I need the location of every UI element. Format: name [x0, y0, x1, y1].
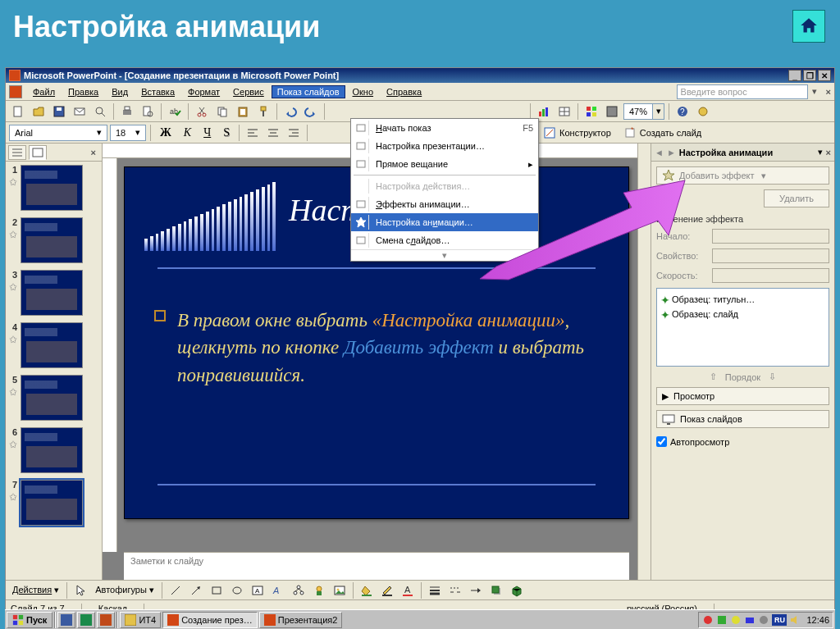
menu-file[interactable]: Файл [27, 85, 61, 98]
quicklaunch-item[interactable] [57, 612, 75, 628]
mail-button[interactable] [71, 103, 89, 121]
tray-icon[interactable] [716, 614, 728, 626]
quicklaunch-item[interactable] [77, 612, 95, 628]
list-item[interactable]: ✦Образец: слайд [660, 307, 825, 321]
home-badge[interactable] [792, 10, 825, 43]
restore-button[interactable]: ❐ [803, 70, 816, 81]
close-document-button[interactable]: × [826, 87, 831, 97]
close-pane-button[interactable]: × [88, 148, 99, 157]
redo-button[interactable] [302, 103, 320, 121]
menu-help[interactable]: Справка [381, 85, 427, 98]
tray-icon[interactable] [758, 614, 769, 626]
thumbnails-tab[interactable] [29, 145, 47, 160]
threed-style-tool[interactable] [508, 581, 526, 599]
preview-button[interactable] [139, 103, 157, 121]
picture-tool[interactable] [331, 581, 349, 599]
help-button[interactable]: ? [673, 103, 692, 121]
menu-slideshow[interactable]: Показ слайдов [272, 85, 345, 98]
thumbnail-row[interactable]: 1✩ [9, 165, 98, 211]
clipart-tool[interactable] [310, 581, 328, 599]
menu-tools[interactable]: Сервис [227, 85, 270, 98]
vertical-scrollbar[interactable] [637, 144, 651, 580]
autoshapes-menu[interactable]: Автофигуры ▾ [92, 585, 158, 595]
outline-tab[interactable] [8, 145, 26, 160]
menu-window[interactable]: Окно [347, 85, 380, 98]
bold-button[interactable]: Ж [155, 124, 176, 142]
menu-format[interactable]: Формат [182, 85, 226, 98]
font-size-combo[interactable]: 18▾ [110, 125, 146, 141]
select-tool[interactable] [71, 581, 89, 599]
dash-style-tool[interactable] [446, 581, 464, 599]
print-button[interactable] [118, 103, 136, 121]
arrow-tool[interactable] [187, 581, 205, 599]
search-button[interactable] [91, 103, 109, 121]
tray-icon[interactable] [730, 614, 742, 626]
thumbnail-row[interactable]: 5✩ [9, 375, 98, 421]
task-button[interactable]: ИТ4 [120, 612, 161, 628]
menu-item[interactable]: Настройка презентации… [351, 137, 538, 155]
start-button[interactable]: Пуск [7, 612, 52, 628]
remove-effect-button[interactable]: Удалить [764, 189, 829, 207]
align-right-button[interactable] [285, 124, 303, 142]
task-button[interactable]: Создание през… [162, 612, 258, 628]
oval-tool[interactable] [228, 581, 246, 599]
tray-icon[interactable] [702, 614, 714, 626]
list-item[interactable]: ✦Образец: титульн… [660, 292, 825, 307]
effects-list[interactable]: ✦Образец: титульн… ✦Образец: слайд [656, 288, 829, 367]
line-color-tool[interactable] [378, 581, 396, 599]
align-center-button[interactable] [264, 124, 282, 142]
expand-menu-button[interactable]: ▾ [351, 249, 538, 261]
tray-icon[interactable] [744, 614, 756, 626]
preview-button[interactable]: ▶Просмотр [656, 387, 829, 405]
font-color-tool[interactable]: A [399, 581, 417, 599]
menu-view[interactable]: Вид [106, 85, 134, 98]
arrow-style-tool[interactable] [467, 581, 485, 599]
font-combo[interactable]: Arial▾ [9, 125, 107, 141]
menu-item[interactable]: Эффекты анимации… [351, 195, 538, 213]
wordart-tool[interactable]: A [269, 581, 287, 599]
task-button[interactable]: Презентация2 [259, 612, 343, 628]
move-down-button[interactable]: ⇩ [769, 371, 776, 382]
start-select[interactable] [712, 229, 829, 244]
copy-button[interactable] [213, 103, 231, 121]
underline-button[interactable]: Ч [199, 124, 216, 142]
open-button[interactable] [30, 103, 48, 121]
align-left-button[interactable] [244, 124, 262, 142]
thumbnail-row[interactable]: 6✩ [9, 427, 98, 473]
autoview-checkbox[interactable]: Автопросмотр [656, 436, 829, 447]
new-slide-button[interactable]: *Создать слайд [619, 124, 706, 142]
notes-input[interactable]: Заметки к слайду [124, 552, 629, 580]
ask-dropdown-icon[interactable]: ▾ [810, 86, 819, 97]
actions-menu[interactable]: Действия ▾ [9, 585, 62, 595]
format-painter-button[interactable] [254, 103, 272, 121]
taskpane-back-button[interactable]: ◄ [655, 148, 664, 157]
menu-item[interactable]: Начать показF5 [351, 119, 538, 137]
rectangle-tool[interactable] [208, 581, 226, 599]
textbox-tool[interactable]: A [249, 581, 267, 599]
thumbnail-row[interactable]: 7✩ [9, 480, 98, 526]
ask-question-input[interactable]: Введите вопрос [677, 84, 808, 99]
save-button[interactable] [50, 103, 68, 121]
menu-insert[interactable]: Вставка [135, 85, 180, 98]
paste-button[interactable] [234, 103, 252, 121]
table-button[interactable] [555, 103, 573, 121]
spellcheck-button[interactable]: ab [166, 103, 184, 121]
slideshow-button[interactable]: Показ слайдов [656, 410, 829, 428]
line-tool[interactable] [167, 581, 185, 599]
line-style-tool[interactable] [426, 581, 444, 599]
menu-item[interactable]: Смена слайдов… [351, 231, 538, 249]
designer-button[interactable]: Конструктор [538, 124, 616, 142]
undo-button[interactable] [281, 103, 299, 121]
shadow-button[interactable]: S [218, 124, 235, 142]
new-button[interactable] [9, 103, 27, 121]
speed-select[interactable] [712, 268, 829, 283]
language-badge[interactable]: RU [772, 614, 787, 626]
close-button[interactable]: ✕ [818, 70, 831, 81]
color-grid-button[interactable] [582, 103, 600, 121]
assistant-button[interactable] [694, 103, 712, 121]
quicklaunch-item[interactable] [97, 612, 115, 628]
property-select[interactable] [712, 248, 829, 263]
menu-item[interactable]: Прямое вещание▸ [351, 155, 538, 173]
minimize-button[interactable]: _ [788, 70, 801, 81]
diagram-tool[interactable] [290, 581, 308, 599]
